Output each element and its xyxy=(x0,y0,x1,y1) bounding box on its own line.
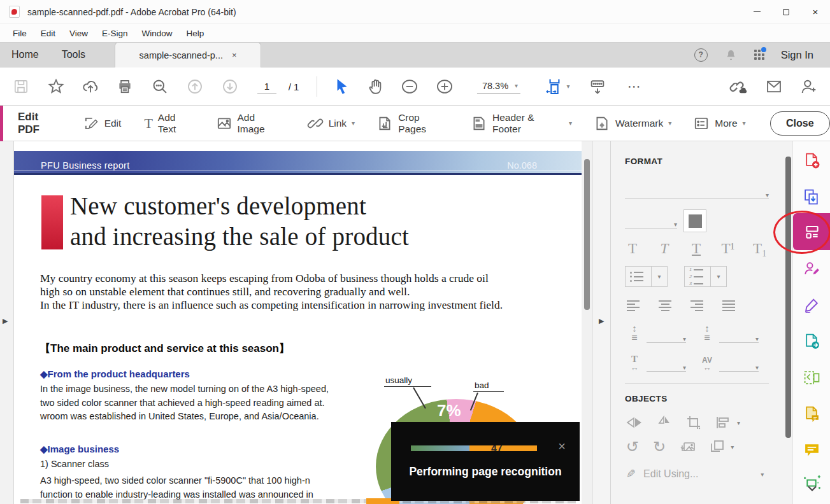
watermark-button[interactable]: Watermark ▾ xyxy=(594,115,671,132)
more-button[interactable]: More ▾ xyxy=(693,115,745,132)
rail-expand-chevron-icon[interactable] xyxy=(793,485,830,493)
more-tools-icon[interactable]: ⋯ xyxy=(627,79,641,94)
menu-file[interactable]: File xyxy=(6,29,34,38)
superscript-icon[interactable]: T¹ xyxy=(720,241,736,256)
header-footer-button[interactable]: Header & Footer ▾ xyxy=(471,112,572,135)
email-icon[interactable] xyxy=(765,78,783,95)
select-tool-icon[interactable] xyxy=(333,78,350,95)
subscript-icon[interactable]: T₁ xyxy=(752,241,768,256)
menu-esign[interactable]: E-Sign xyxy=(95,29,135,38)
align-left-icon[interactable] xyxy=(626,300,641,312)
export-pdf-icon[interactable] xyxy=(793,323,830,359)
align-center-icon[interactable] xyxy=(658,300,673,312)
font-family-dropdown[interactable]: ▾ xyxy=(625,184,769,199)
edit-using-dropdown[interactable]: ✎ Edit Using... ▾ xyxy=(626,467,792,481)
fit-width-icon[interactable]: ▾ xyxy=(545,77,569,96)
underline-icon[interactable]: T xyxy=(689,241,704,256)
collapse-panel-icon[interactable]: ▶ xyxy=(599,317,604,325)
italic-icon[interactable]: T xyxy=(657,241,672,256)
apps-grid-icon[interactable] xyxy=(754,50,764,60)
read-aloud-icon[interactable] xyxy=(589,78,606,95)
flip-horizontal-icon[interactable] xyxy=(626,416,643,430)
header-footer-icon xyxy=(471,115,487,132)
align-objects-caret-icon[interactable]: ▾ xyxy=(737,419,740,426)
document-scrollbar-thumb[interactable] xyxy=(584,159,590,310)
zoom-level-dropdown[interactable]: 78.3%▾ xyxy=(477,79,520,94)
share-link-icon[interactable] xyxy=(729,77,748,96)
panel-scrollbar-thumb[interactable] xyxy=(785,157,791,438)
bold-icon[interactable]: T xyxy=(625,241,640,256)
arrange-objects-caret-icon[interactable]: ▾ xyxy=(731,444,734,451)
bullet-list-button[interactable]: ▾ xyxy=(625,266,668,287)
tab-home[interactable]: Home xyxy=(0,49,50,60)
previous-page-icon[interactable] xyxy=(186,78,204,95)
maximize-button[interactable] xyxy=(771,0,801,24)
request-esign-icon[interactable] xyxy=(793,251,830,286)
search-icon[interactable] xyxy=(151,78,169,95)
document-intro: My country economy at this season keeps … xyxy=(40,272,503,312)
align-right-icon[interactable] xyxy=(690,300,705,312)
organize-pages-icon[interactable] xyxy=(793,360,830,395)
acrobat-window: sample-scanned-pdf.pdf - Adobe Acrobat P… xyxy=(0,0,830,504)
flip-vertical-icon[interactable] xyxy=(657,416,672,430)
crop-pages-button[interactable]: Crop Pages xyxy=(376,112,449,135)
menu-edit[interactable]: Edit xyxy=(34,29,62,38)
numbered-list-caret-icon[interactable]: ▾ xyxy=(710,267,726,286)
menu-help[interactable]: Help xyxy=(180,29,211,38)
bullet-list-caret-icon[interactable]: ▾ xyxy=(651,267,667,286)
numbered-list-button[interactable]: 1 2 3 ▾ xyxy=(684,266,727,287)
horizontal-scale-dropdown[interactable]: ▾ xyxy=(647,358,686,372)
zoom-in-icon[interactable] xyxy=(435,78,454,95)
star-favorite-icon[interactable] xyxy=(47,78,65,95)
tab-document[interactable]: sample-scanned-p... × xyxy=(115,42,261,67)
character-spacing-dropdown[interactable]: ▾ xyxy=(719,358,759,372)
link-button[interactable]: Link ▾ xyxy=(307,115,355,132)
document-scrollbar[interactable] xyxy=(582,141,592,504)
expand-left-panel-icon[interactable]: ▶ xyxy=(3,317,8,325)
edit-button[interactable]: Edit xyxy=(83,115,122,132)
document-banner: PFU Business report No.068 xyxy=(14,151,582,175)
rotate-cw-icon[interactable]: ↻ xyxy=(653,439,666,454)
rotate-ccw-icon[interactable]: ↺ xyxy=(626,439,639,454)
notifications-bell-icon[interactable] xyxy=(724,48,738,62)
toast-close-icon[interactable]: × xyxy=(558,440,566,452)
create-pdf-icon[interactable] xyxy=(793,143,830,178)
tab-tools[interactable]: Tools xyxy=(50,49,97,60)
add-user-icon[interactable] xyxy=(799,78,817,95)
document-page[interactable]: PFU Business report No.068 New customer'… xyxy=(14,145,582,504)
minimize-button[interactable] xyxy=(742,0,771,24)
fill-sign-icon[interactable] xyxy=(793,287,830,323)
align-objects-icon[interactable] xyxy=(715,416,731,430)
save-icon[interactable] xyxy=(13,78,29,95)
add-text-button[interactable]: T Add Text xyxy=(144,112,195,135)
page-number-input[interactable] xyxy=(257,79,276,94)
comment-icon[interactable] xyxy=(793,432,830,468)
next-page-icon[interactable] xyxy=(221,78,239,95)
replace-image-icon[interactable] xyxy=(680,439,696,454)
font-color-swatch[interactable] xyxy=(683,209,706,232)
font-size-dropdown[interactable]: ▾ xyxy=(625,213,677,228)
line-spacing-dropdown[interactable]: ▾ xyxy=(647,329,686,343)
paragraph-spacing-dropdown[interactable]: ▾ xyxy=(719,329,759,343)
sign-in-button[interactable]: Sign In xyxy=(781,49,813,61)
menu-window[interactable]: Window xyxy=(135,29,180,38)
add-image-button[interactable]: Add Image xyxy=(216,112,284,135)
zoom-out-icon[interactable] xyxy=(400,78,419,95)
tab-close-icon[interactable]: × xyxy=(232,50,237,60)
more-label: More xyxy=(715,118,737,129)
help-icon[interactable]: ? xyxy=(694,48,708,62)
arrange-objects-icon[interactable] xyxy=(710,440,724,454)
cloud-upload-icon[interactable] xyxy=(82,78,99,95)
close-edit-pdf-button[interactable]: Close xyxy=(770,111,830,136)
crop-object-icon[interactable] xyxy=(686,415,701,430)
window-title: sample-scanned-pdf.pdf - Adobe Acrobat P… xyxy=(27,7,236,17)
edit-pdf-tool-selected[interactable] xyxy=(793,213,830,250)
menu-view[interactable]: View xyxy=(62,29,95,38)
measure-ai-icon[interactable] xyxy=(793,465,830,500)
hand-tool-icon[interactable] xyxy=(367,78,385,95)
close-window-button[interactable]: × xyxy=(801,0,830,24)
document-comment-icon[interactable] xyxy=(793,396,830,431)
align-justify-icon[interactable] xyxy=(722,300,737,312)
combine-files-icon[interactable] xyxy=(793,179,830,214)
print-icon[interactable] xyxy=(117,78,133,95)
